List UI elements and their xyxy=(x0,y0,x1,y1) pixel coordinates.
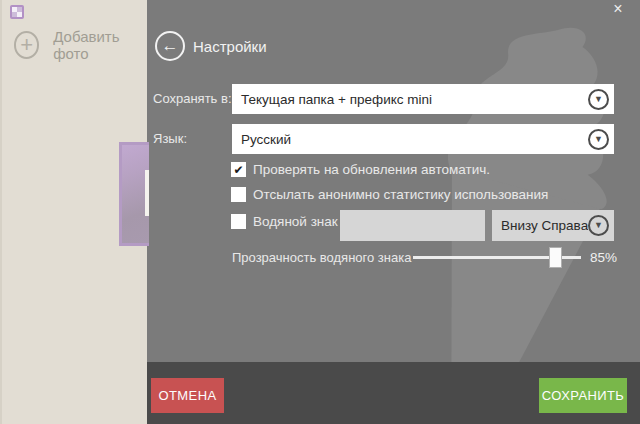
send-stats-label: Отсылать анонимно статистику использован… xyxy=(253,187,548,202)
opacity-value: 85% xyxy=(590,250,617,265)
close-icon[interactable]: × xyxy=(609,0,627,18)
watermark-position-value: Внизу Справа xyxy=(492,218,588,233)
add-photo-label: Добавить фото xyxy=(53,28,147,62)
watermark-label: Водяной знак xyxy=(253,214,338,229)
check-icon: ✔ xyxy=(233,164,243,176)
action-bar: ОТМЕНА СОХРАНИТЬ xyxy=(147,362,640,424)
language-label: Язык: xyxy=(153,124,187,154)
send-stats-checkbox[interactable]: ✔ xyxy=(231,187,246,202)
send-stats-row[interactable]: ✔ Отсылать анонимно статистику использов… xyxy=(231,187,548,202)
save-to-value: Текущая папка + префикс mini xyxy=(232,92,588,107)
check-updates-checkbox[interactable]: ✔ xyxy=(231,162,246,177)
opacity-label: Прозрачность водяного знака xyxy=(232,246,411,270)
back-button[interactable]: ← xyxy=(155,31,185,61)
save-to-dropdown[interactable]: Текущая папка + префикс mini ▼ xyxy=(232,84,614,114)
opacity-slider-thumb[interactable] xyxy=(549,247,562,268)
plus-icon: + xyxy=(14,31,39,59)
check-updates-label: Проверять на обновления автоматич. xyxy=(253,162,490,177)
language-dropdown[interactable]: Русский ▼ xyxy=(232,124,614,154)
check-updates-row[interactable]: ✔ Проверять на обновления автоматич. xyxy=(231,162,490,177)
language-value: Русский xyxy=(232,132,588,147)
back-arrow-icon: ← xyxy=(162,36,179,56)
save-to-label: Сохранять в: xyxy=(153,84,232,114)
cancel-button[interactable]: ОТМЕНА xyxy=(151,378,224,413)
watermark-text-input[interactable] xyxy=(340,210,485,241)
watermark-row[interactable]: ✔ Водяной знак xyxy=(231,214,338,229)
watermark-checkbox[interactable]: ✔ xyxy=(231,214,246,229)
settings-panel: × ← Настройки Сохранять в: Текущая папка… xyxy=(147,0,640,424)
chevron-down-icon: ▼ xyxy=(588,215,609,236)
chevron-down-icon: ▼ xyxy=(588,89,609,110)
watermark-position-dropdown[interactable]: Внизу Справа ▼ xyxy=(492,210,614,241)
app-logo-icon xyxy=(10,5,24,19)
add-photo-button[interactable]: + Добавить фото xyxy=(14,30,147,60)
photo-list-sidebar: + Добавить фото xyxy=(0,0,147,424)
page-title: Настройки xyxy=(193,38,267,55)
photo-thumbnail[interactable] xyxy=(119,142,149,246)
opacity-slider[interactable] xyxy=(413,256,581,259)
save-button[interactable]: СОХРАНИТЬ xyxy=(539,378,627,413)
chevron-down-icon: ▼ xyxy=(588,129,609,150)
